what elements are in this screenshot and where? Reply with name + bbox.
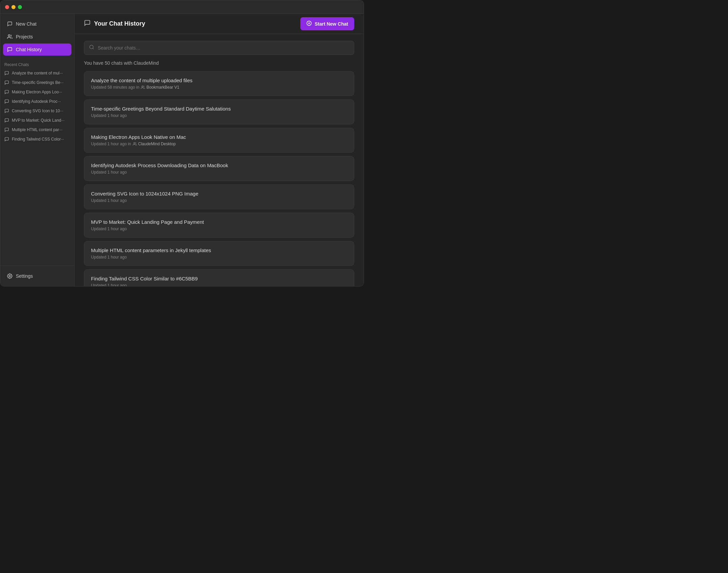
maximize-button[interactable] <box>18 5 22 9</box>
settings-item[interactable]: Settings <box>3 270 71 282</box>
chat-icon <box>4 99 9 104</box>
chat-icon <box>4 127 9 132</box>
content-area: Your Chat History Start New Chat <box>74 14 364 286</box>
content-body: You have 50 chats with ClaudeMind Analyz… <box>74 34 364 286</box>
chat-card-meta: Updated 1 hour ago <box>91 113 347 118</box>
page-title: Your Chat History <box>94 20 145 27</box>
chat-card-meta-text: Updated 1 hour ago <box>91 255 127 260</box>
recent-chats-section-label: Recent Chats <box>0 60 74 68</box>
sidebar-recent-item[interactable]: Time-specific Greetings Be··· <box>0 78 74 87</box>
chat-card[interactable]: MVP to Market: Quick Landing Page and Pa… <box>84 213 354 238</box>
project-badge: BookmarkBear V1 <box>141 85 179 90</box>
chat-history-label: Chat History <box>16 47 42 52</box>
sidebar-recent-text: Identifying Autodesk Proc··· <box>12 99 61 104</box>
chat-card-title: Time-specific Greetings Beyond Standard … <box>91 106 347 112</box>
sidebar-recent-text: Finding Tailwind CSS Color··· <box>12 137 64 142</box>
project-name: ClaudeMind Desktop <box>138 142 176 146</box>
new-chat-label: New Chat <box>16 21 36 27</box>
search-bar[interactable] <box>84 41 354 55</box>
sidebar-recent-item[interactable]: Analyze the content of mul··· <box>0 68 74 78</box>
svg-point-5 <box>90 45 93 49</box>
chat-card-meta-text: Updated 1 hour ago <box>91 198 127 203</box>
sidebar-recent-item[interactable]: Finding Tailwind CSS Color··· <box>0 134 74 144</box>
chat-card-meta: Updated 58 minutes ago in BookmarkBear V… <box>91 85 347 90</box>
svg-point-1 <box>9 275 10 277</box>
sidebar-recent-text: Multiple HTML content par··· <box>12 127 62 132</box>
chat-card[interactable]: Time-specific Greetings Beyond Standard … <box>84 99 354 124</box>
sidebar-recent-item[interactable]: Converting SVG Icon to 10··· <box>0 106 74 116</box>
chat-card-meta-text: Updated 1 hour ago <box>91 170 127 175</box>
main-layout: New Chat Projects <box>0 14 364 286</box>
sidebar-recent-item[interactable]: Multiple HTML content par··· <box>0 125 74 134</box>
sidebar: New Chat Projects <box>0 14 74 286</box>
sidebar-recent-text: Converting SVG Icon to 10··· <box>12 109 63 113</box>
chat-card[interactable]: Identifying Autodesk Process Downloading… <box>84 156 354 181</box>
sidebar-footer: Settings <box>0 266 74 286</box>
chat-icon <box>4 109 9 113</box>
sidebar-recent-item[interactable]: MVP to Market: Quick Land··· <box>0 116 74 125</box>
app-window: New Chat Projects <box>0 0 364 286</box>
chat-card-title: Analyze the content of multiple uploaded… <box>91 78 347 83</box>
sidebar-item-new-chat[interactable]: New Chat <box>3 18 71 30</box>
projects-icon <box>7 34 12 39</box>
chat-card[interactable]: Multiple HTML content parameters in Jeky… <box>84 241 354 266</box>
chat-card-title: Finding Tailwind CSS Color Similar to #6… <box>91 276 347 281</box>
chats-count: You have 50 chats with ClaudeMind <box>84 60 354 66</box>
chat-icon <box>4 90 9 94</box>
chat-card-meta-text: Updated 58 minutes ago in <box>91 85 139 90</box>
recent-chats-list: Analyze the content of mul··· Time-speci… <box>0 68 74 144</box>
chat-card-title: Multiple HTML content parameters in Jeky… <box>91 247 347 253</box>
sidebar-nav: New Chat Projects <box>0 14 74 60</box>
title-bar <box>0 0 364 14</box>
chat-card-meta: Updated 1 hour ago <box>91 198 347 203</box>
chat-icon <box>4 71 9 76</box>
chat-icon <box>4 118 9 123</box>
settings-label: Settings <box>16 273 33 279</box>
search-icon <box>89 44 94 51</box>
chat-card-meta-text: Updated 1 hour ago in <box>91 142 131 146</box>
svg-line-6 <box>93 48 94 49</box>
svg-point-8 <box>133 143 135 144</box>
chat-card[interactable]: Analyze the content of multiple uploaded… <box>84 71 354 96</box>
chat-card[interactable]: Finding Tailwind CSS Color Similar to #6… <box>84 269 354 286</box>
chat-card-meta-text: Updated 1 hour ago <box>91 283 127 286</box>
traffic-lights <box>5 5 22 9</box>
sidebar-item-projects[interactable]: Projects <box>3 31 71 43</box>
close-button[interactable] <box>5 5 9 9</box>
sidebar-recent-item[interactable]: Making Electron Apps Loo··· <box>0 87 74 97</box>
sidebar-recent-text: Time-specific Greetings Be··· <box>12 80 64 85</box>
sidebar-recent-item[interactable]: Identifying Autodesk Proc··· <box>0 97 74 106</box>
project-icon <box>141 85 145 89</box>
chat-card-title: Identifying Autodesk Process Downloading… <box>91 162 347 168</box>
chat-cards-list: Analyze the content of multiple uploaded… <box>84 71 354 286</box>
content-title-icon <box>84 20 91 28</box>
chat-card-meta-text: Updated 1 hour ago <box>91 113 127 118</box>
chat-card[interactable]: Converting SVG Icon to 1024x1024 PNG Ima… <box>84 184 354 209</box>
start-new-chat-button[interactable]: Start New Chat <box>300 17 354 30</box>
sidebar-recent-text: MVP to Market: Quick Land··· <box>12 118 65 123</box>
chat-icon <box>4 137 9 142</box>
plus-icon <box>306 21 312 27</box>
project-name: BookmarkBear V1 <box>146 85 179 90</box>
project-icon <box>133 142 137 146</box>
chat-card-meta-text: Updated 1 hour ago <box>91 227 127 231</box>
project-badge: ClaudeMind Desktop <box>133 142 176 146</box>
chat-card-meta: Updated 1 hour ago <box>91 227 347 231</box>
chat-card-title: Converting SVG Icon to 1024x1024 PNG Ima… <box>91 191 347 197</box>
chat-card-title: Making Electron Apps Look Native on Mac <box>91 134 347 140</box>
chat-icon <box>4 80 9 85</box>
minimize-button[interactable] <box>11 5 16 9</box>
chat-history-icon <box>7 47 12 52</box>
chat-card[interactable]: Making Electron Apps Look Native on Mac … <box>84 128 354 153</box>
settings-icon <box>7 273 12 279</box>
sidebar-recent-text: Analyze the content of mul··· <box>12 71 63 76</box>
content-header: Your Chat History Start New Chat <box>74 14 364 34</box>
search-input[interactable] <box>98 45 349 51</box>
projects-label: Projects <box>16 34 33 39</box>
chat-card-meta: Updated 1 hour ago in ClaudeMind Desktop <box>91 142 347 146</box>
chat-card-meta: Updated 1 hour ago <box>91 283 347 286</box>
content-title: Your Chat History <box>84 20 145 28</box>
svg-point-7 <box>142 86 143 87</box>
sidebar-item-chat-history[interactable]: Chat History <box>3 43 71 56</box>
svg-point-0 <box>8 35 10 36</box>
